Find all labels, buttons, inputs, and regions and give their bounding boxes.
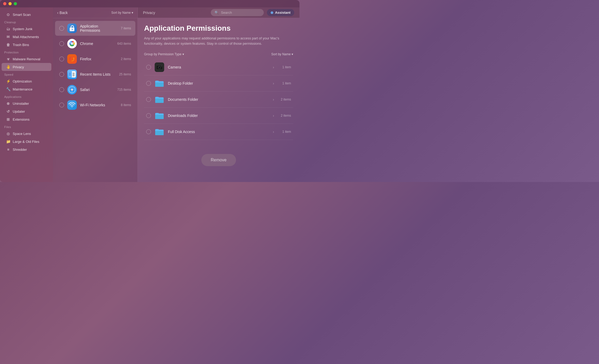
app-count: 7 items: [121, 26, 131, 30]
svg-point-1: [72, 29, 73, 30]
permission-item-documents-folder[interactable]: Documents Folder › 2 items: [144, 92, 293, 108]
uninstaller-icon: ⊗: [6, 101, 11, 106]
sidebar-item-uninstaller[interactable]: ⊗ Uninstaller: [2, 99, 51, 107]
sidebar-item-label: Mail Attachments: [13, 35, 39, 39]
malware-icon: ☣: [6, 57, 11, 61]
app-count: 715 items: [117, 88, 131, 92]
large-files-icon: 📁: [6, 139, 11, 144]
permission-item-camera[interactable]: Camera › 1 item: [144, 59, 293, 75]
permission-count: 1 item: [278, 130, 291, 134]
sidebar-item-updater[interactable]: ↺ Updater: [2, 107, 51, 115]
updater-icon: ↺: [6, 109, 11, 114]
svg-rect-14: [69, 74, 70, 75]
assistant-button[interactable]: Assistant: [267, 9, 294, 16]
group-by-dropdown[interactable]: Group by Permission Type ▾: [144, 52, 184, 56]
perm-checkbox[interactable]: [146, 97, 151, 102]
sidebar-item-label: Privacy: [13, 65, 24, 69]
chevron-right-icon: ›: [273, 65, 274, 69]
sidebar-item-space-lens[interactable]: ◎ Space Lens: [2, 130, 51, 138]
permissions-header: Group by Permission Type ▾ Sort by Name …: [144, 52, 293, 56]
back-chevron-icon: ‹: [57, 11, 59, 15]
search-input[interactable]: [221, 11, 260, 15]
app-count: 643 items: [117, 42, 131, 46]
sidebar-item-shredder[interactable]: ≡ Shredder: [2, 145, 51, 153]
svg-rect-15: [73, 73, 75, 74]
sidebar-section-applications: Applications: [0, 93, 53, 99]
app-checkbox[interactable]: [59, 26, 64, 31]
svg-rect-13: [69, 73, 70, 74]
sidebar-item-privacy[interactable]: 🤚 Privacy: [2, 63, 51, 71]
app-count: 8 items: [121, 103, 131, 107]
privacy-title: Privacy: [143, 11, 155, 15]
list-item[interactable]: Firefox 2 items: [55, 52, 135, 66]
firefox-icon: [67, 54, 77, 64]
app-checkbox[interactable]: [59, 72, 64, 77]
permission-name: Full Disk Access: [168, 130, 269, 134]
remove-button[interactable]: Remove: [201, 154, 236, 166]
svg-rect-11: [68, 71, 72, 78]
list-item[interactable]: Chrome 643 items: [55, 36, 135, 51]
sidebar-item-maintenance[interactable]: 🔧 Maintenance: [2, 85, 51, 93]
perm-checkbox[interactable]: [146, 81, 151, 86]
permission-item-full-disk-access[interactable]: Full Disk Access › 1 item: [144, 124, 293, 140]
sort-by-dropdown[interactable]: Sort by Name ▾: [271, 52, 293, 56]
sidebar-item-extensions[interactable]: ⊞ Extensions: [2, 115, 51, 123]
sidebar-item-label: Smart Scan: [13, 13, 31, 17]
app-count: 2 items: [121, 57, 131, 61]
full-disk-access-icon: [155, 127, 164, 136]
sidebar-item-label: Shredder: [13, 148, 27, 152]
right-panel: Privacy 🔍 Assistant Application Permissi…: [138, 7, 300, 182]
search-bar[interactable]: 🔍: [211, 9, 264, 16]
permission-name: Camera: [168, 65, 269, 69]
sidebar-section-speed: Speed: [0, 71, 53, 77]
permission-item-downloads-folder[interactable]: Downloads Folder › 2 items: [144, 108, 293, 124]
sidebar-item-label: Optimization: [13, 79, 32, 83]
list-item[interactable]: Recent Items Lists 25 items: [55, 67, 135, 82]
chrome-icon: [67, 39, 77, 48]
trash-icon: 🗑: [6, 42, 11, 47]
app-checkbox[interactable]: [59, 57, 64, 61]
app-name: Chrome: [80, 42, 114, 46]
list-item[interactable]: Safari 715 items: [55, 82, 135, 97]
assistant-label: Assistant: [275, 11, 290, 15]
camera-icon: [155, 62, 164, 72]
mail-icon: ✉: [6, 34, 11, 39]
svg-rect-29: [161, 66, 162, 66]
sidebar-item-mail-attachments[interactable]: ✉ Mail Attachments: [2, 33, 51, 41]
sort-dropdown[interactable]: Sort by Name ▾: [111, 11, 133, 15]
app-count: 25 items: [119, 72, 131, 76]
permission-item-desktop-folder[interactable]: Desktop Folder › 1 item: [144, 75, 293, 92]
sidebar: ⊙ Smart Scan Cleanup 🗂 System Junk ✉ Mai…: [0, 7, 53, 182]
safari-icon: [67, 85, 77, 94]
app-checkbox[interactable]: [59, 41, 64, 46]
permission-count: 1 item: [278, 81, 291, 85]
minimize-button[interactable]: [8, 2, 12, 5]
list-item[interactable]: Wi-Fi Networks 8 items: [55, 98, 135, 112]
sidebar-item-optimization[interactable]: ⚡ Optimization: [2, 77, 51, 85]
app-list: Application Permissions 7 items: [53, 18, 137, 182]
sidebar-section-files: Files: [0, 123, 53, 130]
sidebar-item-malware-removal[interactable]: ☣ Malware Removal: [2, 55, 51, 63]
sidebar-section-cleanup: Cleanup: [0, 19, 53, 25]
maintenance-icon: 🔧: [6, 87, 11, 92]
list-item[interactable]: Application Permissions 7 items: [55, 21, 135, 36]
app-checkbox[interactable]: [59, 87, 64, 92]
sidebar-item-label: Uninstaller: [13, 102, 29, 106]
app-name: Application Permissions: [80, 24, 118, 33]
perm-checkbox[interactable]: [146, 113, 151, 118]
close-button[interactable]: [3, 2, 6, 5]
assistant-dot-icon: [271, 11, 273, 14]
maximize-button[interactable]: [14, 2, 17, 5]
app-name: Firefox: [80, 57, 118, 61]
svg-rect-16: [73, 74, 75, 75]
recent-items-icon: [67, 70, 77, 79]
sidebar-item-smart-scan[interactable]: ⊙ Smart Scan: [2, 11, 51, 19]
perm-checkbox[interactable]: [146, 129, 151, 134]
sidebar-item-trash-bins[interactable]: 🗑 Trash Bins: [2, 41, 51, 49]
sidebar-item-large-old-files[interactable]: 📁 Large & Old Files: [2, 138, 51, 145]
wifi-icon: [67, 100, 77, 110]
app-checkbox[interactable]: [59, 103, 64, 107]
sidebar-item-system-junk[interactable]: 🗂 System Junk: [2, 25, 51, 33]
back-button[interactable]: ‹ Back: [57, 11, 68, 15]
perm-checkbox[interactable]: [146, 65, 151, 70]
